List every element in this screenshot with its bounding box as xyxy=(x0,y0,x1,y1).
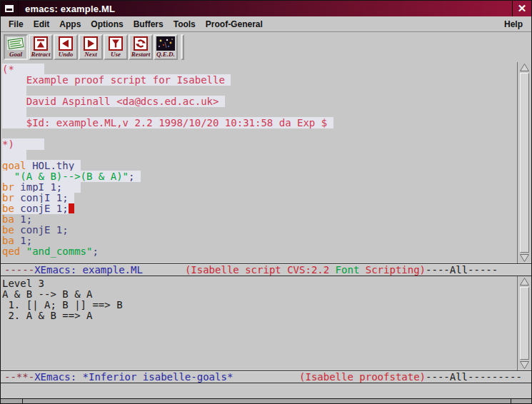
goals-scrollbar[interactable] xyxy=(517,276,531,370)
scroll-down-icon[interactable] xyxy=(519,360,530,370)
code-line[interactable]: be conjE 1; xyxy=(2,203,517,214)
code-line[interactable]: ba 1; xyxy=(2,214,517,225)
use-icon xyxy=(106,36,125,51)
menu-item-apps[interactable]: Apps xyxy=(54,18,86,31)
code-line[interactable]: qed "and_comms"; xyxy=(2,246,517,257)
undo-button[interactable]: Undo xyxy=(54,34,78,60)
restart-button[interactable]: Restart xyxy=(129,34,153,60)
code-line[interactable] xyxy=(2,107,517,118)
scrollbar-thumb[interactable] xyxy=(520,73,529,253)
restart-icon xyxy=(131,36,150,51)
close-icon: ✕ xyxy=(518,2,527,15)
retract-icon xyxy=(31,36,50,51)
qed-fireworks-icon xyxy=(156,36,175,51)
code-line[interactable] xyxy=(2,86,517,96)
code-line[interactable]: "(A & B)-->(B & A)"; xyxy=(2,171,517,182)
goal-button[interactable]: Goal xyxy=(4,34,28,60)
qed-button[interactable]: Q.E.D. xyxy=(154,34,178,60)
bottom-frame-bar xyxy=(1,398,531,404)
goals-buffer[interactable]: Level 3A & B --> B & A 1. [| A; B |] ==>… xyxy=(1,276,517,370)
code-line[interactable]: Example proof script for Isabelle xyxy=(2,75,517,86)
menu-item-file[interactable]: File xyxy=(4,18,29,31)
script-buffer-window: (* Example proof script for Isabelle Dav… xyxy=(1,62,531,263)
scroll-up-icon[interactable] xyxy=(519,277,530,286)
script-scrollbar[interactable] xyxy=(517,62,531,263)
code-line[interactable]: (* xyxy=(2,64,517,75)
text-cursor xyxy=(69,203,74,213)
menu-item-tools[interactable]: Tools xyxy=(169,18,201,31)
frame-handle-divider xyxy=(511,399,511,404)
next-button-label: Next xyxy=(84,51,97,58)
scrollbar-thumb[interactable] xyxy=(520,287,529,360)
modeline-script[interactable]: -----XEmacs: example.ML (Isabelle script… xyxy=(1,263,531,276)
use-button-label: Use xyxy=(111,51,121,58)
menu-item-edit[interactable]: Edit xyxy=(29,18,55,31)
next-button[interactable]: Next xyxy=(79,34,103,60)
retract-button-label: Retract xyxy=(31,51,51,58)
script-buffer[interactable]: (* Example proof script for Isabelle Dav… xyxy=(1,62,517,263)
code-line[interactable]: *) xyxy=(2,139,517,150)
menu-help[interactable]: Help xyxy=(498,18,528,31)
window-menu-button[interactable] xyxy=(1,1,19,16)
goals-line[interactable]: 2. A & B ==> A xyxy=(2,310,517,321)
code-line[interactable]: $Id: example.ML,v 2.2 1998/10/20 10:31:5… xyxy=(2,118,517,128)
toolbar: Goal Retract Undo Next xyxy=(1,32,531,63)
xemacs-window: emacs: example.ML ✕ FileEditAppsOptionsB… xyxy=(0,0,532,404)
code-line[interactable]: br impI 1; xyxy=(2,182,517,193)
use-button[interactable]: Use xyxy=(104,34,128,60)
goals-line[interactable]: 1. [| A; B |] ==> B xyxy=(2,300,517,310)
next-icon xyxy=(81,36,100,51)
goal-scroll-icon xyxy=(6,36,25,51)
goals-line[interactable]: A & B --> B & A xyxy=(2,289,517,300)
scroll-up-icon[interactable] xyxy=(519,63,530,72)
undo-button-label: Undo xyxy=(59,51,74,58)
menubar-items: FileEditAppsOptionsBuffersToolsProof-Gen… xyxy=(4,18,268,31)
code-line[interactable] xyxy=(2,150,517,161)
titlebar: emacs: example.ML ✕ xyxy=(1,1,531,16)
window-menu-icon xyxy=(5,5,14,12)
frame-handle-divider xyxy=(22,399,23,404)
menubar: FileEditAppsOptionsBuffersToolsProof-Gen… xyxy=(1,16,531,32)
code-line[interactable]: David Aspinall <da@dcs.ed.ac.uk> xyxy=(2,96,517,107)
goal-button-label: Goal xyxy=(9,51,22,58)
code-line[interactable]: br conjI 1; xyxy=(2,193,517,203)
menu-item-buffers[interactable]: Buffers xyxy=(129,18,169,31)
goals-buffer-window: Level 3A & B --> B & A 1. [| A; B |] ==>… xyxy=(1,276,531,370)
scroll-down-icon[interactable] xyxy=(519,253,530,263)
code-line[interactable] xyxy=(2,128,517,139)
toolbar-separator xyxy=(181,34,184,60)
close-button[interactable]: ✕ xyxy=(512,1,531,16)
modeline-goals[interactable]: --**-XEmacs: *Inferior isabelle-goals* (… xyxy=(1,370,531,383)
code-line[interactable]: be conjE 1; xyxy=(2,225,517,236)
menu-item-proof-general[interactable]: Proof-General xyxy=(201,18,268,31)
code-line[interactable]: goal HOL.thy xyxy=(2,161,517,171)
qed-button-label: Q.E.D. xyxy=(156,51,175,58)
echo-area[interactable] xyxy=(1,383,531,398)
retract-button[interactable]: Retract xyxy=(29,34,53,60)
code-line[interactable]: ba 1; xyxy=(2,236,517,246)
goals-line[interactable]: Level 3 xyxy=(2,278,517,289)
window-title: emacs: example.ML xyxy=(25,4,115,14)
undo-icon xyxy=(56,36,75,51)
qed-button-label-wrap: Restart xyxy=(131,51,151,58)
menu-item-options[interactable]: Options xyxy=(86,18,128,31)
